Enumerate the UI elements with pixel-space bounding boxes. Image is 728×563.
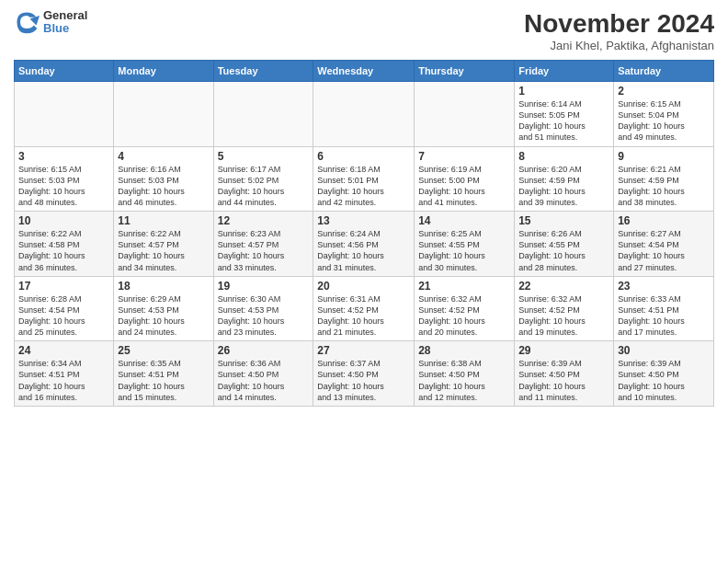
day-info-w2-d6: Sunrise: 6:27 AM Sunset: 4:54 PM Dayligh…: [618, 228, 710, 273]
cell-w0-d6: 2Sunrise: 6:15 AM Sunset: 5:04 PM Daylig…: [614, 82, 714, 147]
day-info-w2-d0: Sunrise: 6:22 AM Sunset: 4:58 PM Dayligh…: [18, 228, 109, 273]
day-info-w1-d4: Sunrise: 6:19 AM Sunset: 5:00 PM Dayligh…: [418, 164, 510, 209]
day-info-w1-d1: Sunrise: 6:16 AM Sunset: 5:03 PM Dayligh…: [118, 164, 209, 209]
cell-w0-d2: [213, 82, 313, 147]
header-sunday: Sunday: [15, 61, 114, 82]
cell-w1-d5: 8Sunrise: 6:20 AM Sunset: 4:59 PM Daylig…: [515, 146, 614, 212]
day-number-w3-d0: 17: [18, 280, 109, 293]
day-info-w1-d2: Sunrise: 6:17 AM Sunset: 5:02 PM Dayligh…: [218, 164, 310, 209]
cell-w3-d4: 21Sunrise: 6:32 AM Sunset: 4:52 PM Dayli…: [415, 276, 515, 341]
day-number-w4-d2: 26: [218, 344, 310, 357]
cell-w1-d4: 7Sunrise: 6:19 AM Sunset: 5:00 PM Daylig…: [415, 146, 515, 212]
header-tuesday: Tuesday: [213, 61, 313, 82]
logo: General Blue: [14, 9, 87, 36]
cell-w1-d6: 9Sunrise: 6:21 AM Sunset: 4:59 PM Daylig…: [614, 146, 714, 212]
logo-general-text: General: [43, 9, 87, 22]
cell-w4-d1: 25Sunrise: 6:35 AM Sunset: 4:51 PM Dayli…: [114, 341, 213, 407]
cell-w1-d1: 4Sunrise: 6:16 AM Sunset: 5:03 PM Daylig…: [114, 146, 213, 212]
cell-w0-d1: [114, 82, 213, 147]
day-info-w4-d3: Sunrise: 6:37 AM Sunset: 4:50 PM Dayligh…: [317, 358, 410, 403]
cell-w0-d4: [415, 82, 515, 147]
day-number-w2-d6: 16: [618, 214, 710, 227]
header: General Blue November 2024 Jani Khel, Pa…: [14, 9, 714, 52]
header-monday: Monday: [114, 61, 213, 82]
cell-w2-d6: 16Sunrise: 6:27 AM Sunset: 4:54 PM Dayli…: [614, 212, 714, 277]
week-row-4: 24Sunrise: 6:34 AM Sunset: 4:51 PM Dayli…: [15, 341, 714, 407]
day-info-w2-d5: Sunrise: 6:26 AM Sunset: 4:55 PM Dayligh…: [518, 228, 609, 273]
cell-w4-d0: 24Sunrise: 6:34 AM Sunset: 4:51 PM Dayli…: [15, 341, 114, 407]
day-number-w3-d1: 18: [118, 280, 209, 293]
day-info-w3-d3: Sunrise: 6:31 AM Sunset: 4:52 PM Dayligh…: [317, 293, 410, 339]
page: General Blue November 2024 Jani Khel, Pa…: [0, 0, 728, 563]
calendar-header: Sunday Monday Tuesday Wednesday Thursday…: [15, 61, 714, 82]
week-row-1: 3Sunrise: 6:15 AM Sunset: 5:03 PM Daylig…: [15, 146, 714, 212]
day-info-w4-d1: Sunrise: 6:35 AM Sunset: 4:51 PM Dayligh…: [118, 358, 209, 403]
day-info-w1-d6: Sunrise: 6:21 AM Sunset: 4:59 PM Dayligh…: [618, 164, 710, 209]
day-number-w4-d3: 27: [317, 344, 410, 357]
week-row-3: 17Sunrise: 6:28 AM Sunset: 4:54 PM Dayli…: [15, 276, 714, 341]
day-number-w4-d4: 28: [418, 344, 510, 357]
cell-w2-d1: 11Sunrise: 6:22 AM Sunset: 4:57 PM Dayli…: [114, 212, 213, 277]
day-number-w1-d1: 4: [118, 150, 209, 163]
week-row-2: 10Sunrise: 6:22 AM Sunset: 4:58 PM Dayli…: [15, 212, 714, 277]
calendar: Sunday Monday Tuesday Wednesday Thursday…: [14, 60, 714, 407]
day-info-w0-d6: Sunrise: 6:15 AM Sunset: 5:04 PM Dayligh…: [618, 98, 710, 144]
header-friday: Friday: [515, 61, 614, 82]
day-number-w4-d1: 25: [118, 344, 209, 357]
cell-w0-d3: [313, 82, 415, 147]
logo-icon: [14, 9, 40, 35]
day-number-w2-d2: 12: [218, 214, 310, 227]
header-wednesday: Wednesday: [313, 61, 415, 82]
day-info-w4-d0: Sunrise: 6:34 AM Sunset: 4:51 PM Dayligh…: [18, 358, 109, 403]
day-number-w0-d5: 1: [518, 85, 609, 98]
day-info-w2-d3: Sunrise: 6:24 AM Sunset: 4:56 PM Dayligh…: [317, 228, 410, 273]
location-subtitle: Jani Khel, Paktika, Afghanistan: [524, 39, 714, 52]
day-info-w3-d2: Sunrise: 6:30 AM Sunset: 4:53 PM Dayligh…: [218, 293, 310, 339]
day-number-w4-d0: 24: [18, 344, 109, 357]
day-number-w3-d2: 19: [218, 280, 310, 293]
cell-w4-d5: 29Sunrise: 6:39 AM Sunset: 4:50 PM Dayli…: [515, 341, 614, 407]
day-info-w2-d4: Sunrise: 6:25 AM Sunset: 4:55 PM Dayligh…: [418, 228, 510, 273]
day-info-w0-d5: Sunrise: 6:14 AM Sunset: 5:05 PM Dayligh…: [518, 98, 609, 144]
day-info-w1-d0: Sunrise: 6:15 AM Sunset: 5:03 PM Dayligh…: [18, 164, 109, 209]
day-info-w4-d4: Sunrise: 6:38 AM Sunset: 4:50 PM Dayligh…: [418, 358, 510, 403]
day-number-w1-d0: 3: [18, 150, 109, 163]
day-number-w1-d6: 9: [618, 150, 710, 163]
day-number-w3-d4: 21: [418, 280, 510, 293]
day-info-w3-d6: Sunrise: 6:33 AM Sunset: 4:51 PM Dayligh…: [618, 293, 710, 339]
cell-w0-d0: [15, 82, 114, 147]
day-number-w2-d1: 11: [118, 214, 209, 227]
cell-w2-d4: 14Sunrise: 6:25 AM Sunset: 4:55 PM Dayli…: [415, 212, 515, 277]
day-number-w1-d5: 8: [518, 150, 609, 163]
day-number-w4-d5: 29: [518, 344, 609, 357]
week-row-0: 1Sunrise: 6:14 AM Sunset: 5:05 PM Daylig…: [15, 82, 714, 147]
day-number-w1-d2: 5: [218, 150, 310, 163]
header-row: Sunday Monday Tuesday Wednesday Thursday…: [15, 61, 714, 82]
cell-w2-d0: 10Sunrise: 6:22 AM Sunset: 4:58 PM Dayli…: [15, 212, 114, 277]
cell-w4-d2: 26Sunrise: 6:36 AM Sunset: 4:50 PM Dayli…: [213, 341, 313, 407]
day-number-w2-d3: 13: [317, 214, 410, 227]
day-info-w1-d5: Sunrise: 6:20 AM Sunset: 4:59 PM Dayligh…: [518, 164, 609, 209]
day-info-w4-d6: Sunrise: 6:39 AM Sunset: 4:50 PM Dayligh…: [618, 358, 710, 403]
day-number-w3-d3: 20: [317, 280, 410, 293]
cell-w3-d1: 18Sunrise: 6:29 AM Sunset: 4:53 PM Dayli…: [114, 276, 213, 341]
header-thursday: Thursday: [415, 61, 515, 82]
day-number-w1-d4: 7: [418, 150, 510, 163]
cell-w1-d2: 5Sunrise: 6:17 AM Sunset: 5:02 PM Daylig…: [213, 146, 313, 212]
logo-text: General Blue: [43, 9, 87, 36]
cell-w3-d5: 22Sunrise: 6:32 AM Sunset: 4:52 PM Dayli…: [515, 276, 614, 341]
title-block: November 2024 Jani Khel, Paktika, Afghan…: [524, 9, 714, 52]
day-number-w3-d5: 22: [518, 280, 609, 293]
cell-w3-d3: 20Sunrise: 6:31 AM Sunset: 4:52 PM Dayli…: [313, 276, 415, 341]
day-info-w1-d3: Sunrise: 6:18 AM Sunset: 5:01 PM Dayligh…: [317, 164, 410, 209]
day-number-w1-d3: 6: [317, 150, 410, 163]
cell-w3-d0: 17Sunrise: 6:28 AM Sunset: 4:54 PM Dayli…: [15, 276, 114, 341]
month-title: November 2024: [524, 9, 714, 39]
cell-w0-d5: 1Sunrise: 6:14 AM Sunset: 5:05 PM Daylig…: [515, 82, 614, 147]
day-info-w3-d1: Sunrise: 6:29 AM Sunset: 4:53 PM Dayligh…: [118, 293, 209, 339]
day-number-w0-d6: 2: [618, 85, 710, 98]
cell-w4-d3: 27Sunrise: 6:37 AM Sunset: 4:50 PM Dayli…: [313, 341, 415, 407]
day-info-w2-d2: Sunrise: 6:23 AM Sunset: 4:57 PM Dayligh…: [218, 228, 310, 273]
cell-w2-d5: 15Sunrise: 6:26 AM Sunset: 4:55 PM Dayli…: [515, 212, 614, 277]
cell-w3-d2: 19Sunrise: 6:30 AM Sunset: 4:53 PM Dayli…: [213, 276, 313, 341]
